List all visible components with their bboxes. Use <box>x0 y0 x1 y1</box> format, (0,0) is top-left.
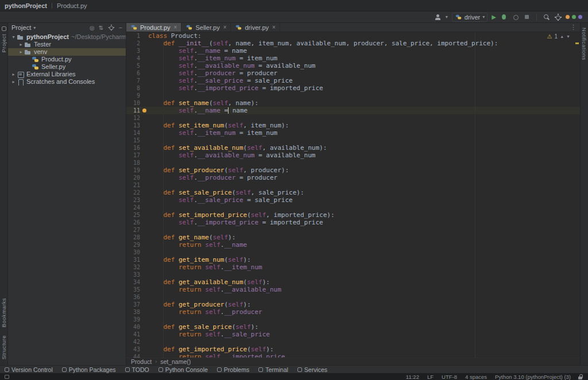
coverage-button[interactable] <box>512 14 519 21</box>
gutter-icon-column[interactable] <box>140 107 148 114</box>
chevron-right-icon[interactable]: ▸ <box>10 71 17 78</box>
gutter-icon-column[interactable] <box>140 219 148 226</box>
code-line[interactable]: 20 self.__producer = producer <box>126 174 580 181</box>
status-caret-position[interactable]: 11:22 <box>406 374 419 380</box>
close-tab-icon[interactable]: × <box>272 24 276 30</box>
code-line[interactable]: 40 def get_sale_price(self): <box>126 323 580 331</box>
line-number[interactable]: 27 <box>126 226 140 234</box>
code-line[interactable]: 12 <box>126 114 580 122</box>
code-line[interactable]: 9 <box>126 92 580 99</box>
code-line[interactable]: 37 def get_producer(self): <box>126 301 580 308</box>
line-number[interactable]: 20 <box>126 174 140 181</box>
tool-window-switcher-icon[interactable] <box>5 375 9 379</box>
account-dot-icon[interactable] <box>566 15 570 19</box>
gutter-icon-column[interactable] <box>140 196 148 204</box>
tab-driver.py[interactable]: driver.py× <box>231 23 280 32</box>
code-line[interactable]: 43 def get_imported_price(self): <box>126 346 580 353</box>
line-number[interactable]: 31 <box>126 256 140 263</box>
gutter-icon-column[interactable] <box>140 77 148 84</box>
gutter-icon-column[interactable] <box>140 234 148 241</box>
prev-inspection-icon[interactable]: ▲ <box>560 34 564 38</box>
line-number[interactable]: 15 <box>126 137 140 144</box>
tree-item-pythonproject[interactable]: ▾pythonProject~/Desktop/PycharmProjects/… <box>8 33 126 41</box>
line-number[interactable]: 19 <box>126 166 140 174</box>
line-number[interactable]: 29 <box>126 241 140 249</box>
gutter-icon-column[interactable] <box>140 84 148 92</box>
gutter-icon-column[interactable] <box>140 92 148 99</box>
code-line[interactable]: 4 self.__item_num = item_num <box>126 55 580 62</box>
titlebar-project-name[interactable]: pythonProject <box>5 2 47 9</box>
tree-item-seller.py[interactable]: Seller.py <box>8 63 126 71</box>
gutter-icon-column[interactable] <box>140 241 148 249</box>
line-number[interactable]: 3 <box>126 47 140 55</box>
line-number[interactable]: 41 <box>126 331 140 338</box>
stripe-label-notifications[interactable]: Notifications <box>581 28 587 60</box>
locate-file-icon[interactable]: ◎ <box>90 25 95 31</box>
line-number[interactable]: 25 <box>126 211 140 219</box>
gutter-icon-column[interactable] <box>140 40 148 47</box>
line-number[interactable]: 32 <box>126 263 140 271</box>
gutter-icon-column[interactable] <box>140 331 148 338</box>
line-number[interactable]: 33 <box>126 271 140 278</box>
tab-options-icon[interactable]: ⋮ <box>567 23 580 32</box>
code-line[interactable]: 36 <box>126 293 580 301</box>
code-line[interactable]: 41 return self.__sale_price <box>126 331 580 338</box>
line-number[interactable]: 10 <box>126 99 140 107</box>
line-number[interactable]: 13 <box>126 122 140 129</box>
line-number[interactable]: 23 <box>126 196 140 204</box>
code-line[interactable]: 13 def set_item_num(self, item_num): <box>126 122 580 129</box>
line-number[interactable]: 22 <box>126 189 140 196</box>
code-line[interactable]: 16 def set_available_num(self, available… <box>126 144 580 152</box>
line-number[interactable]: 14 <box>126 129 140 137</box>
gutter-icon-column[interactable] <box>140 152 148 159</box>
status-indent-style[interactable]: 4 spaces <box>465 374 487 380</box>
breadcrumb-item[interactable]: set_name() <box>160 358 191 365</box>
close-tab-icon[interactable]: × <box>223 24 227 30</box>
code-line[interactable]: 33 <box>126 271 580 278</box>
code-line[interactable]: 44 return self.__imported_price <box>126 353 580 358</box>
code-line[interactable]: 2 def __init__(self, name, item_num, ava… <box>126 40 580 47</box>
hide-panel-icon[interactable]: − <box>119 25 122 31</box>
line-number[interactable]: 43 <box>126 346 140 353</box>
tree-item-external-libraries[interactable]: ▸External Libraries <box>8 71 126 78</box>
code-line[interactable]: 17 self.__available_num = available_num <box>126 152 580 159</box>
stripe-label-bookmarks[interactable]: Bookmarks <box>1 298 7 327</box>
line-number[interactable]: 26 <box>126 219 140 226</box>
tree-item-product.py[interactable]: Product.py <box>8 56 126 63</box>
tree-item-scratches-and-consoles[interactable]: ▸Scratches and Consoles <box>8 78 126 86</box>
line-number[interactable]: 24 <box>126 204 140 211</box>
tool-window-button-python-console[interactable]: Python Console <box>158 366 208 373</box>
line-number[interactable]: 30 <box>126 249 140 256</box>
code-line[interactable]: 30 <box>126 249 580 256</box>
run-configuration-selector[interactable]: driver ▾ <box>452 13 488 22</box>
gutter-icon-column[interactable] <box>140 353 148 358</box>
line-number[interactable]: 40 <box>126 323 140 331</box>
code-line[interactable]: 29 return self.__name <box>126 241 580 249</box>
line-number[interactable]: 21 <box>126 181 140 189</box>
tool-window-button-todo[interactable]: TODO <box>125 366 149 373</box>
chevron-down-icon[interactable]: ▾ <box>10 33 17 41</box>
code-line[interactable]: 5 self.__available_num = available_num <box>126 62 580 69</box>
code-line[interactable]: 14 self.__item_num = item_num <box>126 129 580 137</box>
code-line[interactable]: 6 self.__producer = producer <box>126 69 580 77</box>
line-number[interactable]: 39 <box>126 316 140 323</box>
line-number[interactable]: 17 <box>126 152 140 159</box>
line-number[interactable]: 44 <box>126 353 140 358</box>
code-line[interactable]: 21 <box>126 181 580 189</box>
code-line[interactable]: 22 def set_sale_price(self, sale_price): <box>126 189 580 196</box>
tree-item-venv[interactable]: ▸venv <box>8 48 126 56</box>
code-line[interactable]: 24 <box>126 204 580 211</box>
code-line[interactable]: 35 return self.__available_num <box>126 286 580 293</box>
gutter-icon-column[interactable] <box>140 174 148 181</box>
code-line[interactable]: 23 self.__sale_price = sale_price <box>126 196 580 204</box>
stop-button[interactable] <box>523 14 531 21</box>
code-line[interactable]: 38 return self.__producer <box>126 308 580 316</box>
code-line[interactable]: 10 def set_name(self, name): <box>126 99 580 107</box>
status-file-encoding[interactable]: UTF-8 <box>442 374 457 380</box>
settings-icon[interactable] <box>554 14 562 21</box>
gutter-icon-column[interactable] <box>140 211 148 219</box>
breadcrumb-item[interactable]: Product <box>131 358 152 365</box>
gutter-icon-column[interactable] <box>140 69 148 77</box>
code-line[interactable]: 26 self.__imported_price = imported_pric… <box>126 219 580 226</box>
gutter-icon-column[interactable] <box>140 226 148 234</box>
